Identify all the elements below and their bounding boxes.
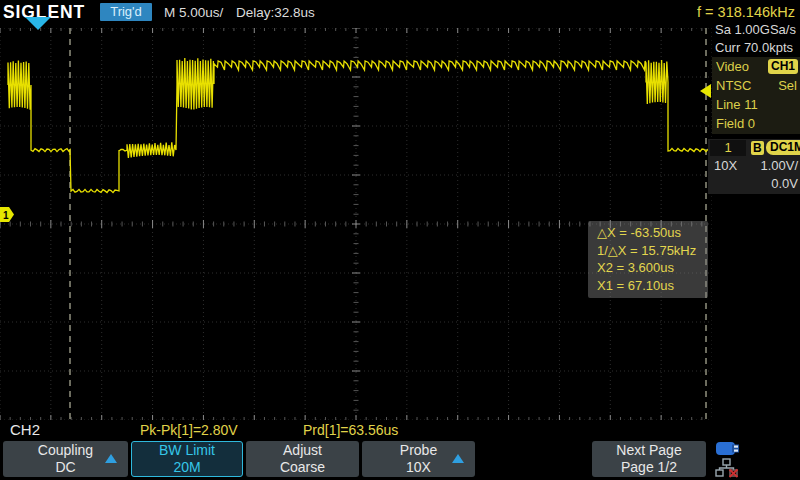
- delay-readout: Delay:32.8us: [236, 5, 315, 20]
- probe-button[interactable]: Probe 10X: [362, 441, 475, 477]
- probe-attenuation: 10X: [714, 157, 737, 175]
- usb-icon: [716, 441, 742, 456]
- channel1-header-row: 1 B DC1M: [708, 139, 800, 157]
- cursor-measurement-box: △X = -63.50us 1/△X = 15.75kHz X2 = 3.600…: [588, 221, 708, 298]
- trigger-type: Video: [716, 59, 749, 74]
- waveform-trace-ch1: [8, 58, 711, 193]
- channel1-scale-row: 10X 1.00V/: [708, 157, 800, 175]
- measurement-period: Prd[1]=63.56us: [303, 422, 398, 438]
- next-page-button[interactable]: Next Page Page 1/2: [592, 441, 706, 477]
- adjust-button-value: Coarse: [246, 459, 359, 476]
- frequency-counter: f = 318.146kHz: [697, 4, 795, 20]
- adjust-button-label: Adjust: [246, 442, 359, 459]
- channel-number: 1: [710, 140, 746, 156]
- bw-limit-button[interactable]: BW Limit 20M: [131, 441, 243, 477]
- menu-channel-label: CH2: [10, 421, 40, 438]
- cursor-dx: △X = -63.50us: [597, 224, 708, 242]
- volts-per-div: 1.00V/: [760, 157, 798, 175]
- sel-label: Sel: [778, 76, 797, 95]
- trigger-type-row: Video CH1: [712, 57, 800, 76]
- memory-depth: Curr 70.0kpts: [715, 40, 793, 55]
- up-arrow-icon: [105, 454, 117, 463]
- channel1-info-panel[interactable]: 1 B DC1M 10X 1.00V/ 0.0V: [708, 139, 800, 194]
- channel-offset: 0.0V: [771, 175, 798, 193]
- trigger-line: Line 11: [712, 95, 800, 114]
- cursor-x2: X2 = 3.600us: [597, 259, 708, 277]
- up-arrow-icon: [452, 454, 464, 463]
- trigger-source-badge: CH1: [768, 59, 798, 74]
- sample-rate: Sa 1.00GSa/s: [715, 22, 796, 37]
- trigger-field: Field 0: [712, 114, 800, 133]
- trigger-info-panel: Video CH1 NTSC Sel Line 11 Field 0: [712, 57, 800, 134]
- cursor-x1: X1 = 67.10us: [597, 277, 708, 295]
- trigger-standard-row: NTSC Sel: [712, 76, 800, 95]
- coupling-badge: DC1M: [766, 140, 800, 155]
- lan-disconnected-icon: [715, 458, 741, 478]
- coupling-button[interactable]: Coupling DC: [3, 441, 128, 477]
- video-standard: NTSC: [716, 78, 751, 93]
- next-page-button-label: Next Page: [592, 442, 706, 459]
- next-page-button-value: Page 1/2: [592, 459, 706, 476]
- measurement-pkpk: Pk-Pk[1]=2.80V: [140, 422, 238, 438]
- cursor-inv-dx: 1/△X = 15.75kHz: [597, 242, 708, 260]
- adjust-button[interactable]: Adjust Coarse: [246, 441, 359, 477]
- bw-limit-badge: B: [751, 141, 764, 155]
- trigger-level-marker[interactable]: [700, 84, 711, 98]
- trigger-status-badge: Trig'd: [100, 3, 152, 21]
- bw-limit-button-label: BW Limit: [132, 442, 242, 459]
- timebase-readout: M 5.00us/: [164, 5, 223, 20]
- channel1-offset-marker[interactable]: 1: [0, 207, 15, 222]
- bw-limit-button-value: 20M: [132, 459, 242, 476]
- channel1-offset-row: 0.0V: [708, 175, 800, 193]
- channel1-marker-label: 1: [3, 210, 9, 221]
